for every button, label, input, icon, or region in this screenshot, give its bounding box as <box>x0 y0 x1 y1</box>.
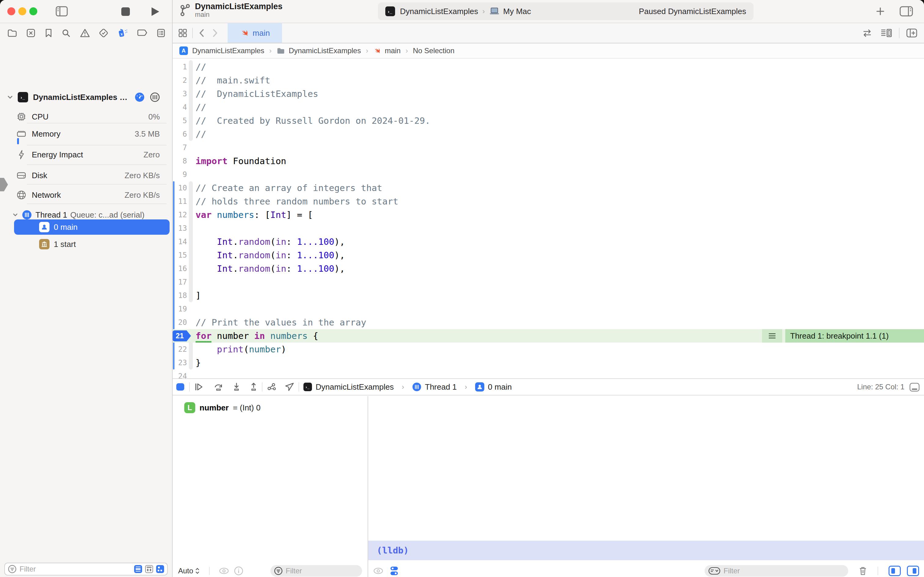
filter-view-icon[interactable] <box>156 565 164 573</box>
report-navigator-icon[interactable] <box>157 28 165 38</box>
run-destination[interactable]: My Mac <box>503 7 531 16</box>
close-window-button[interactable] <box>7 7 15 15</box>
debug-navigator-icon[interactable]: x <box>118 28 128 38</box>
tab-overview-icon[interactable] <box>178 28 187 38</box>
continue-button[interactable] <box>194 382 203 392</box>
line-number[interactable]: 6 <box>173 127 187 141</box>
jump-bar-group[interactable]: DynamicListExamples <box>289 47 361 55</box>
filter-flat-list-icon[interactable] <box>134 565 142 573</box>
issue-navigator-icon[interactable] <box>80 28 90 38</box>
run-button[interactable] <box>150 6 160 17</box>
navigator-filter-field[interactable]: Filter <box>4 562 168 575</box>
toggle-console-view-button[interactable] <box>907 566 919 576</box>
paused-reason-badge[interactable]: Thread 1: breakpoint 1.1 (1) <box>785 329 924 343</box>
line-number[interactable]: 22 <box>173 343 187 356</box>
threads-view-icon[interactable] <box>150 92 160 102</box>
variables-filter-field[interactable]: Filter <box>270 565 362 577</box>
go-back-button[interactable] <box>198 28 206 38</box>
console-io-toggle-icon[interactable] <box>390 566 399 576</box>
gauge-row-energy[interactable]: Energy Impact Zero <box>0 147 172 163</box>
find-navigator-icon[interactable] <box>61 28 71 38</box>
breakpoint-actions-icon[interactable] <box>762 329 782 343</box>
step-out-button[interactable] <box>250 382 258 392</box>
line-number[interactable]: 14 <box>173 235 187 248</box>
gauge-row-disk[interactable]: Disk Zero KB/s <box>0 168 172 184</box>
debug-crumb-thread[interactable]: Thread 1 <box>425 382 457 392</box>
line-number[interactable]: 23 <box>173 356 187 369</box>
toggle-variables-view-button[interactable] <box>889 566 901 576</box>
filter-stack-icon[interactable] <box>145 565 153 573</box>
hide-debug-area-button[interactable] <box>176 383 185 391</box>
disclosure-chevron-icon[interactable] <box>7 94 13 100</box>
line-number[interactable]: 20 <box>173 316 187 329</box>
bookmarks-navigator-icon[interactable] <box>45 28 52 38</box>
test-navigator-icon[interactable] <box>99 28 108 38</box>
debug-crumb-process[interactable]: DynamicListExamples <box>316 382 394 392</box>
jump-bar-project[interactable]: DynamicListExamples <box>192 47 264 55</box>
line-number[interactable]: 19 <box>173 302 187 316</box>
line-number[interactable]: 13 <box>173 222 187 235</box>
disclosure-chevron-icon[interactable] <box>12 212 18 218</box>
info-icon[interactable] <box>234 566 243 575</box>
gauge-row-network[interactable]: Network Zero KB/s <box>0 187 172 203</box>
go-forward-button[interactable] <box>211 28 219 38</box>
line-number[interactable]: 5 <box>173 114 187 127</box>
console-view[interactable]: (lldb) <box>368 396 924 564</box>
line-number[interactable]: 11 <box>173 195 187 208</box>
debug-memory-graph-icon[interactable] <box>267 382 277 392</box>
scheme-selector[interactable]: ›_ DynamicListExamples › My Mac Paused D… <box>378 2 753 20</box>
toggle-inspector-icon[interactable] <box>900 6 913 16</box>
line-number[interactable]: 18 <box>173 289 187 302</box>
process-header-row[interactable]: ›_ DynamicListExamples … <box>0 89 172 105</box>
step-over-button[interactable] <box>214 382 223 392</box>
gauge-row-cpu[interactable]: CPU 0% <box>0 109 172 125</box>
simulate-location-icon[interactable] <box>285 382 294 392</box>
jump-bar-file[interactable]: main <box>385 47 401 55</box>
line-number[interactable]: 17 <box>173 276 187 289</box>
line-number[interactable]: 1 <box>173 60 187 74</box>
line-number[interactable]: 2 <box>173 74 187 87</box>
line-number[interactable]: 3 <box>173 87 187 100</box>
debug-area-layout-icon[interactable] <box>910 383 920 392</box>
line-number[interactable]: 10 <box>173 181 187 195</box>
source-editor[interactable]: 1//2// main.swift3// DynamicListExamples… <box>173 59 924 378</box>
line-number[interactable]: 4 <box>173 100 187 114</box>
line-number[interactable]: 7 <box>173 141 187 154</box>
variables-scope-dropdown[interactable]: Auto <box>178 567 200 575</box>
gauge-row-memory[interactable]: Memory 3.5 MB <box>0 126 172 142</box>
quicklook-eye-icon[interactable] <box>219 567 229 575</box>
toggle-navigator-icon[interactable] <box>56 6 68 16</box>
tab-main[interactable]: main <box>228 23 282 43</box>
minimize-window-button[interactable] <box>18 7 26 15</box>
console-filter-field[interactable]: Filter <box>705 565 848 577</box>
gauge-info-icon[interactable] <box>135 92 145 102</box>
swap-editors-icon[interactable] <box>862 28 872 38</box>
add-tab-button[interactable] <box>876 7 885 16</box>
line-number[interactable]: 24 <box>173 369 187 378</box>
scheme-name[interactable]: DynamicListExamples <box>400 7 478 16</box>
debug-crumb-frame[interactable]: 0 main <box>488 382 512 392</box>
jump-bar-selection[interactable]: No Selection <box>413 47 454 55</box>
stop-button[interactable] <box>121 7 130 16</box>
project-navigator-icon[interactable] <box>7 29 17 37</box>
quicklook-eye-icon[interactable] <box>373 567 383 575</box>
process-executable-icon: ›_ <box>18 92 28 102</box>
line-number[interactable]: 9 <box>173 168 187 181</box>
line-number[interactable]: 8 <box>173 154 187 168</box>
variable-row[interactable]: L number = (Int) 0 <box>184 402 261 413</box>
step-into-button[interactable] <box>233 382 240 392</box>
line-number[interactable]: 15 <box>173 248 187 262</box>
frame-label: 1 start <box>54 240 76 249</box>
stack-frame-1-start[interactable]: 1 start <box>39 237 76 251</box>
minimap-icon[interactable] <box>881 28 892 38</box>
lldb-prompt-row[interactable]: (lldb) <box>368 541 924 560</box>
variables-view[interactable]: L number = (Int) 0 <box>173 396 368 564</box>
line-number[interactable]: 12 <box>173 208 187 222</box>
source-control-navigator-icon[interactable] <box>26 28 35 38</box>
breakpoint-navigator-icon[interactable] <box>137 29 148 37</box>
clear-console-trash-icon[interactable] <box>859 566 867 576</box>
stack-frame-0-main[interactable]: 0 main <box>14 219 170 235</box>
add-editor-icon[interactable] <box>906 28 917 38</box>
line-number[interactable]: 16 <box>173 262 187 276</box>
zoom-window-button[interactable] <box>29 7 37 15</box>
